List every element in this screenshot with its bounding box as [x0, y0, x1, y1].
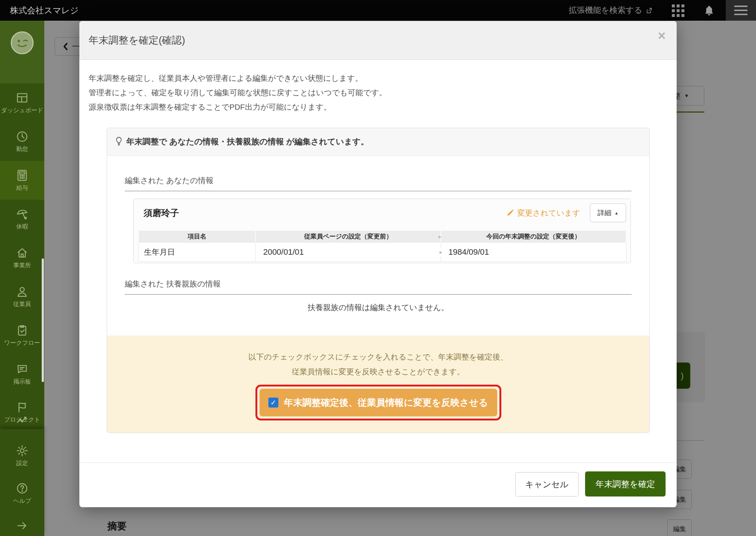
cancel-button[interactable]: キャンセル — [515, 472, 578, 497]
section-divider — [125, 294, 632, 295]
hamburger-menu-icon[interactable] — [726, 0, 756, 21]
notifications-bell-icon[interactable] — [703, 4, 715, 17]
chevron-up-icon: ▲ — [615, 211, 619, 215]
modal-header: 年末調整を確定(確認) × — [79, 21, 677, 60]
cell-item-name: 生年月日 — [139, 243, 256, 262]
company-name: 株式会社スマレジ — [10, 0, 79, 21]
home-icon — [16, 247, 28, 259]
sidebar-collapse-toggle[interactable] — [0, 515, 44, 536]
edited-info-header: 年末調整で あなたの情報・扶養親族の情報 が編集されています。 — [107, 128, 649, 156]
changed-badge: 変更されています — [506, 208, 580, 218]
search-extensions-link[interactable]: 拡張機能を検索する — [568, 0, 653, 21]
calculator-icon — [16, 169, 28, 182]
speech-bubble-icon — [16, 363, 28, 375]
app-grid-icon[interactable] — [672, 4, 684, 17]
sidebar-item-board[interactable]: 掲示板 — [0, 355, 44, 394]
checkbox-label: 年末調整確定後、従業員情報に変更を反映させる — [284, 396, 488, 409]
sidebar-item-employees[interactable]: 従業員 — [0, 277, 44, 316]
sidebar-scrollbar[interactable] — [42, 258, 44, 382]
top-bar: 株式会社スマレジ 拡張機能を検索する — [0, 0, 756, 21]
close-icon[interactable]: × — [658, 29, 666, 42]
search-extensions-label: 拡張機能を検索する — [568, 5, 642, 16]
arrow-right-icon — [16, 519, 28, 532]
cell-value-after: ▸1984/09/01 — [441, 243, 626, 262]
arrow-right-icon: ▸ — [440, 248, 443, 256]
flag-icon — [16, 401, 28, 413]
col-header-after: ▸今回の年末調整の設定（変更後） — [441, 231, 626, 243]
reflect-changes-checkbox-button[interactable]: ✓ 年末調整確定後、従業員情報に変更を反映させる — [260, 389, 497, 416]
section-label-dependents: 編集された 扶養親族の情報 — [125, 279, 221, 289]
confirm-panel-line2: 従業員情報に変更を反映させることができます。 — [107, 367, 649, 377]
dashboard-icon — [16, 92, 28, 104]
sidebar-item-office[interactable]: 事業所 — [0, 238, 44, 277]
beach-umbrella-icon — [16, 208, 28, 220]
sidebar-item-payroll[interactable]: 給与 — [0, 161, 44, 200]
sidebar-bottom-section: 設定 ヘルプ — [0, 429, 44, 536]
confirm-button[interactable]: 年末調整を確定 — [585, 471, 666, 497]
edited-info-panel: 年末調整で あなたの情報・扶養親族の情報 が編集されています。 編集された あな… — [107, 128, 650, 433]
clipboard-check-icon — [16, 324, 28, 337]
sidebar-item-help[interactable]: ヘルプ — [0, 474, 44, 513]
gear-icon — [16, 444, 28, 457]
sidebar-item-workflow[interactable]: ワークフロー — [0, 316, 44, 355]
modal-footer-divider — [79, 463, 677, 463]
section-divider — [125, 191, 632, 191]
employee-name: 須磨玲子 — [144, 207, 179, 219]
sidebar-item-dashboard[interactable]: ダッシュボード — [0, 83, 44, 122]
avatar-zone — [0, 21, 44, 83]
table-row: 生年月日 2000/01/01 ▸1984/09/01 — [139, 243, 626, 262]
col-header-item: 項目名 — [139, 231, 256, 243]
year-end-adjustment-confirm-modal: 年末調整を確定(確認) × 年末調整を確定し、従業員本人や管理者による編集ができ… — [79, 21, 677, 507]
change-comparison-table: 項目名 従業員ページの設定（変更前） ▸今回の年末調整の設定（変更後） 生年月日… — [138, 231, 626, 262]
person-icon — [16, 285, 28, 298]
table-header-row: 項目名 従業員ページの設定（変更前） ▸今回の年末調整の設定（変更後） — [139, 231, 626, 243]
description-line: 年末調整を確定し、従業員本人や管理者による編集ができない状態にします。 — [89, 71, 387, 85]
description-line: 源泉徴収票は年末調整を確定することでPDF出力が可能になります。 — [89, 100, 387, 114]
employee-change-card: 須磨玲子 変更されています 詳細 ▲ 項目名 従業員ページの設定（変更前） ▸今… — [133, 199, 631, 263]
external-link-icon — [646, 7, 653, 14]
pencil-icon — [506, 209, 514, 217]
dependents-empty-text: 扶養親族の情報は編集されていません。 — [107, 302, 649, 313]
checkbox-checked[interactable]: ✓ — [268, 398, 278, 408]
edited-info-text: 年末調整で あなたの情報・扶養親族の情報 が編集されています。 — [126, 136, 369, 147]
sidebar-item-attendance[interactable]: 勤怠 — [0, 122, 44, 161]
clock-icon — [16, 130, 28, 143]
arrow-right-icon: ▸ — [439, 233, 441, 240]
analytics-icon-partial — [0, 413, 44, 426]
modal-description: 年末調整を確定し、従業員本人や管理者による編集ができない状態にします。 管理者に… — [89, 71, 387, 114]
sidebar-item-settings[interactable]: 設定 — [0, 436, 44, 475]
col-header-before: 従業員ページの設定（変更前） — [255, 231, 441, 243]
highlight-red-outline: ✓ 年末調整確定後、従業員情報に変更を反映させる — [255, 385, 501, 420]
sidebar-item-vacation[interactable]: 休暇 — [0, 200, 44, 238]
description-line: 管理者によって、確定を取り消して編集可能な状態に戻すことはいつでも可能です。 — [89, 85, 387, 100]
modal-title: 年末調整を確定(確認) — [89, 21, 185, 60]
question-circle-icon — [16, 482, 28, 495]
reflect-confirm-panel: 以下のチェックボックスにチェックを入れることで、年末調整を確定後、 従業員情報に… — [107, 336, 649, 433]
sidebar: ダッシュボード 勤怠 給与 休暇 事業所 従業員 ワークフロー 掲示板 プロジェ… — [0, 21, 44, 536]
cell-value-before: 2000/01/01 — [255, 243, 441, 262]
confirm-panel-line1: 以下のチェックボックスにチェックを入れることで、年末調整を確定後、 — [107, 352, 649, 362]
avatar[interactable] — [11, 31, 34, 54]
lightbulb-icon — [115, 137, 123, 147]
section-label-self: 編集された あなたの情報 — [125, 175, 213, 186]
detail-toggle-button[interactable]: 詳細 ▲ — [590, 203, 626, 222]
